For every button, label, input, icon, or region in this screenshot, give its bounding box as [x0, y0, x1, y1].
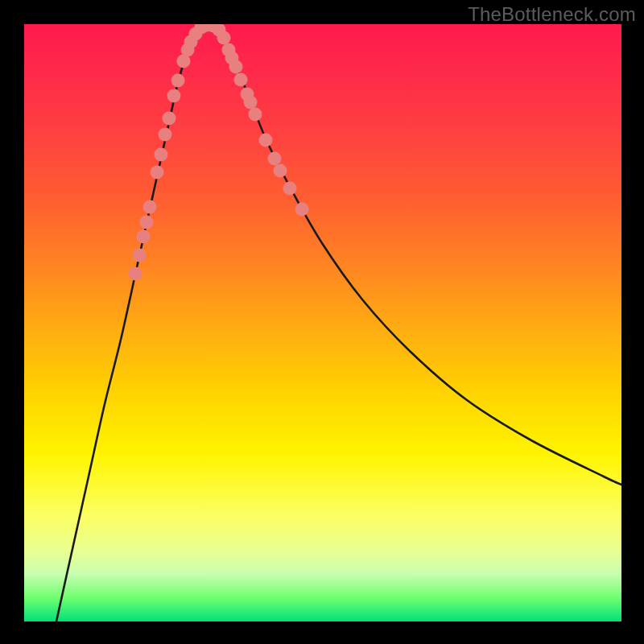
- curve-marker: [244, 96, 258, 109]
- curve-marker: [163, 112, 176, 126]
- curve-marker: [283, 182, 297, 196]
- curve-layer: [24, 24, 621, 621]
- curve-marker: [217, 31, 231, 45]
- curve-marker: [234, 73, 248, 87]
- curve-marker: [137, 230, 151, 244]
- curve-marker: [249, 108, 262, 122]
- curve-marker: [167, 89, 181, 103]
- curve-marker: [140, 216, 154, 229]
- curve-marker: [229, 60, 243, 74]
- curve-marker: [259, 134, 273, 147]
- curve-marker: [171, 74, 185, 88]
- curve-marker: [268, 152, 282, 166]
- curve-marker: [274, 164, 287, 178]
- curve-marker: [159, 128, 172, 142]
- curve-marker: [143, 200, 157, 214]
- curve-marker: [295, 203, 309, 217]
- curve-markers: [129, 24, 309, 281]
- plot-area: [24, 24, 621, 621]
- bottleneck-curve: [56, 24, 621, 621]
- curve-marker: [151, 166, 164, 180]
- chart-frame: TheBottleneck.com: [0, 0, 644, 644]
- watermark-text: TheBottleneck.com: [468, 3, 636, 26]
- curve-marker: [133, 249, 147, 262]
- curve-marker: [129, 267, 142, 281]
- curve-marker: [155, 148, 168, 162]
